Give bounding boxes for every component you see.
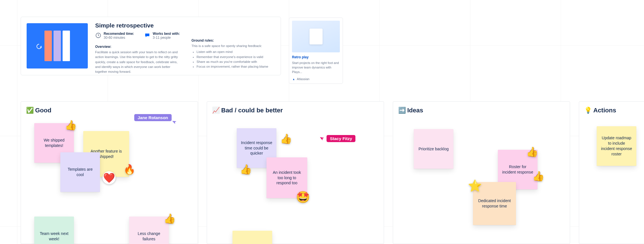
reaction-thumbs-up[interactable]: 👍 <box>64 119 77 132</box>
column-good-title: ✅ Good <box>27 107 192 114</box>
column-bad[interactable]: 📈 Bad / could be better Incident respons… <box>207 101 384 244</box>
related-play-desc: Start projects on the right foot and imp… <box>292 61 340 74</box>
reaction-star-eyes[interactable]: 🤩 <box>297 191 310 204</box>
related-play-image <box>292 21 340 52</box>
collaborator-cursor-jane: Jane Rotanson <box>134 114 178 121</box>
column-actions[interactable]: 💡 Actions Update roadmap to include inci… <box>579 101 644 244</box>
column-ideas-title: ➡️ Ideas <box>399 107 564 114</box>
cursor-icon <box>319 135 325 142</box>
sticky-note[interactable]: Templates are cool <box>60 152 100 192</box>
reaction-thumbs-up[interactable]: 👍 <box>239 163 252 176</box>
cursor-icon <box>171 119 178 125</box>
sticky-note[interactable]: Prioritize backlog <box>414 129 453 169</box>
column-ideas[interactable]: ➡️ Ideas Prioritize backlog Roster for i… <box>393 101 570 244</box>
speech-bubble-icon <box>144 32 150 38</box>
check-icon: ✅ <box>27 107 33 114</box>
whiteboard-canvas[interactable]: Simple retrospective Recomended time: 30… <box>0 0 644 244</box>
recommended-time: Recomended time: 30-60 minutes <box>95 32 134 40</box>
column-actions-title: 💡 Actions <box>585 107 644 114</box>
template-title: Simple retrospective <box>95 22 180 29</box>
overview-heading: Overview: <box>95 45 180 49</box>
sticky-note[interactable]: Update roadmap to include incident respo… <box>597 126 636 166</box>
related-play-brand: Atlassian <box>292 77 340 81</box>
arrow-right-icon: ➡️ <box>399 107 405 114</box>
related-play-card[interactable]: Retro play Start projects on the right f… <box>289 18 343 84</box>
works-best-with: Works best with: 3-11 people <box>144 32 180 40</box>
related-play-title[interactable]: Retro play <box>292 55 340 59</box>
reaction-fire[interactable]: 🔥 <box>123 163 136 176</box>
template-header-card: Simple retrospective Recomended time: 30… <box>21 17 281 75</box>
column-good[interactable]: ✅ Good We shipped templates! Another fea… <box>21 101 198 244</box>
overview-text: Facilitate a quick session with your tea… <box>95 50 180 74</box>
reaction-star[interactable]: ⭐ <box>468 179 481 192</box>
column-bad-title: 📈 Bad / could be better <box>213 107 378 114</box>
lightbulb-icon: 💡 <box>585 107 591 114</box>
reaction-thumbs-up[interactable]: 👍 <box>532 170 545 183</box>
cycle-icon <box>36 43 42 50</box>
reaction-thumbs-up[interactable]: 👍 <box>280 132 293 145</box>
sticky-note[interactable]: Less change failures <box>129 217 169 244</box>
atlassian-logo-icon <box>292 77 295 81</box>
reaction-heart[interactable]: ❤️ <box>103 171 116 184</box>
ground-rules-heading: Ground rules: <box>191 38 274 42</box>
clock-icon <box>95 32 101 38</box>
sticky-note[interactable] <box>233 231 272 244</box>
chart-up-icon: 📈 <box>213 107 219 114</box>
template-thumbnail <box>27 23 88 69</box>
collaborator-cursor-stacy: Stacy Fitzy <box>320 135 355 142</box>
reaction-thumbs-up[interactable]: 👍 <box>526 145 539 158</box>
sticky-note[interactable]: Team week next week! <box>34 217 74 244</box>
ground-rules-body: This is a safe space for openly sharing … <box>191 44 274 69</box>
reaction-thumbs-up[interactable]: 👍 <box>163 212 176 225</box>
